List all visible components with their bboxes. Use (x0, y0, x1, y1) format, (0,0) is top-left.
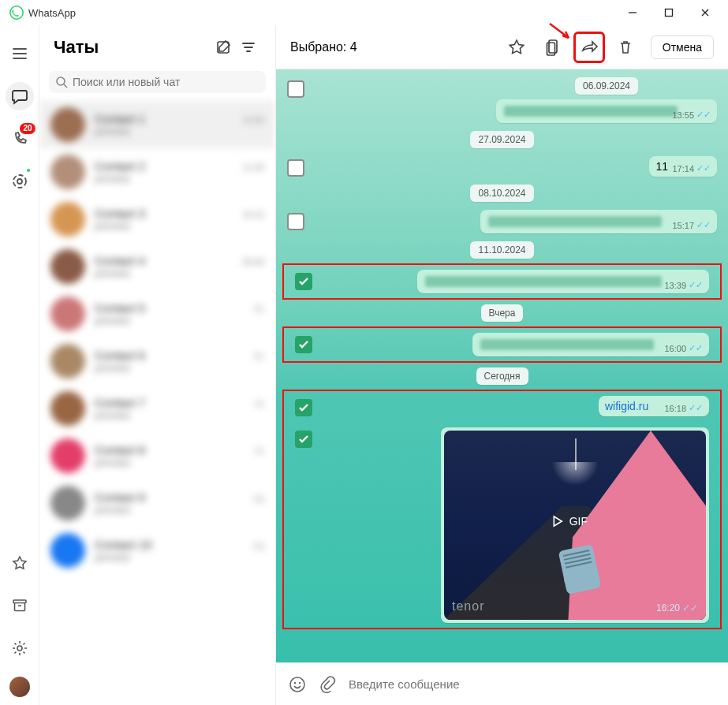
star-button[interactable] (501, 32, 532, 63)
read-ticks-icon: ✓✓ (689, 403, 703, 413)
message-bubble[interactable]: 13:55✓✓ (496, 99, 717, 123)
settings-nav-icon[interactable] (6, 634, 34, 662)
chat-item[interactable]: Contact 5Птpreview (39, 290, 275, 338)
read-ticks-icon: ✓✓ (696, 220, 711, 230)
chat-item[interactable]: Contact 112:00preview (39, 101, 275, 148)
message-checkbox[interactable] (295, 399, 312, 416)
read-ticks-icon: ✓✓ (696, 110, 711, 120)
message-input[interactable] (349, 677, 715, 691)
date-separator: Вчера (481, 304, 524, 322)
chat-item[interactable]: Contact 310:15preview (39, 196, 275, 243)
new-chat-icon[interactable] (211, 35, 236, 60)
chat-list: Contact 112:00preview Contact 211:30prev… (39, 101, 275, 705)
chat-item[interactable]: Contact 7Чтpreview (39, 385, 275, 432)
date-separator: 06.09.2024 (575, 77, 638, 95)
title-bar-app-name: WhatsApp (28, 7, 614, 19)
message-checkbox[interactable] (295, 431, 312, 448)
window-minimize-button[interactable] (614, 0, 651, 25)
chat-item[interactable]: Contact 8Чтpreview (39, 432, 275, 479)
calls-badge: 20 (20, 123, 35, 134)
message-checkbox[interactable] (287, 213, 304, 230)
play-gif-icon[interactable]: GIF (552, 515, 588, 528)
svg-point-12 (299, 681, 301, 683)
svg-point-5 (17, 646, 22, 651)
window-maximize-button[interactable] (651, 0, 687, 25)
cancel-button[interactable]: Отмена (651, 35, 714, 59)
svg-rect-4 (13, 600, 26, 603)
window-close-button[interactable] (687, 0, 723, 25)
chat-item[interactable]: Contact 409:40preview (39, 243, 275, 290)
chat-item[interactable]: Contact 6Птpreview (39, 338, 275, 385)
svg-point-2 (13, 175, 26, 188)
calls-nav-icon[interactable]: 20 (6, 125, 34, 153)
svg-point-3 (17, 179, 22, 184)
message-bubble[interactable]: wifigid.ru 16:18✓✓ (599, 396, 709, 416)
status-nav-icon[interactable] (6, 167, 34, 196)
svg-point-7 (57, 77, 65, 85)
delete-button[interactable] (610, 32, 641, 63)
gif-preview[interactable]: GIF tenor 16:20✓✓ (444, 431, 706, 620)
message-link[interactable]: wifigid.ru (605, 400, 648, 412)
svg-rect-1 (666, 9, 673, 17)
chat-item[interactable]: Contact 10Срpreview (39, 527, 275, 574)
svg-point-0 (10, 6, 24, 20)
read-ticks-icon: ✓✓ (689, 280, 703, 290)
chat-item[interactable]: Contact 211:30preview (39, 148, 275, 196)
chats-nav-icon[interactable] (6, 82, 34, 110)
gif-watermark: tenor (452, 599, 484, 614)
message-checkbox[interactable] (295, 336, 312, 353)
chats-heading: Чаты (54, 37, 211, 58)
svg-point-10 (290, 677, 304, 692)
annotation-highlight: wifigid.ru 16:18✓✓ (282, 390, 722, 629)
message-bubble[interactable]: 11 17:14✓✓ (649, 156, 717, 177)
search-icon (55, 76, 68, 88)
read-ticks-icon: ✓✓ (689, 343, 703, 353)
selection-count-label: Выбрано: 4 (290, 40, 496, 54)
read-ticks-icon: ✓✓ (696, 163, 711, 173)
date-separator: 11.10.2024 (470, 241, 533, 259)
filter-icon[interactable] (236, 35, 261, 60)
search-input[interactable] (73, 76, 259, 88)
annotation-highlight: 16:00✓✓ (282, 326, 722, 363)
date-separator: Сегодня (476, 367, 528, 385)
message-checkbox[interactable] (287, 80, 304, 98)
message-bubble[interactable]: 13:39✓✓ (417, 270, 709, 293)
menu-icon[interactable] (6, 39, 34, 68)
date-separator: 08.10.2024 (470, 185, 533, 202)
message-checkbox[interactable] (287, 159, 304, 177)
archived-nav-icon[interactable] (6, 591, 34, 620)
whatsapp-logo-icon (9, 6, 24, 20)
messages-panel: 06.09.2024 13:55✓✓ 27.09.2024 11 17:14✓✓ (276, 69, 728, 662)
message-bubble-gif[interactable]: GIF tenor 16:20✓✓ (441, 427, 709, 623)
search-input-wrapper[interactable] (49, 71, 266, 93)
starred-nav-icon[interactable] (6, 549, 34, 577)
forward-button[interactable] (573, 32, 605, 63)
message-bubble[interactable]: 16:00✓✓ (472, 333, 709, 356)
emoji-icon[interactable] (289, 676, 306, 693)
status-dot-icon (25, 167, 32, 173)
attach-icon[interactable] (319, 676, 336, 693)
message-bubble[interactable]: 15:17✓✓ (480, 210, 717, 233)
annotation-arrow-icon (548, 22, 573, 43)
annotation-highlight: 13:39✓✓ (282, 263, 722, 300)
chat-item[interactable]: Contact 9Срpreview (39, 479, 275, 527)
svg-point-11 (294, 681, 296, 683)
read-ticks-icon: ✓✓ (682, 602, 698, 614)
profile-avatar[interactable] (9, 677, 30, 697)
message-checkbox[interactable] (295, 273, 312, 290)
date-separator: 27.09.2024 (470, 131, 533, 148)
